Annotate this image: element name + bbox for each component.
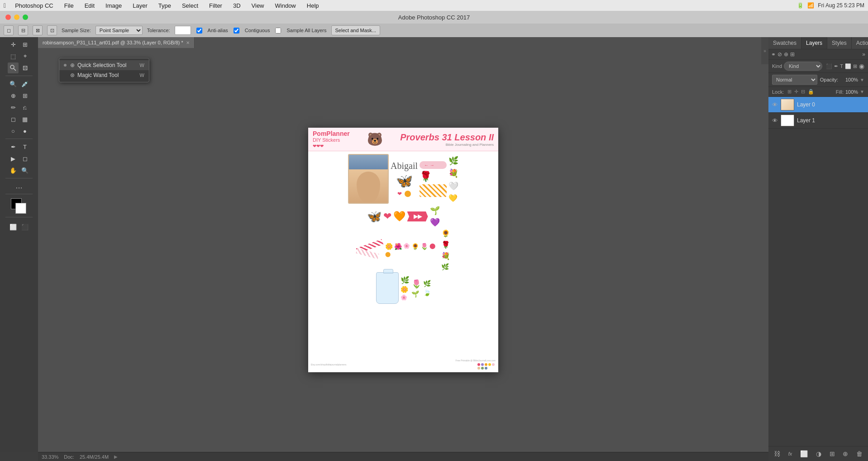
eraser-tool[interactable]: ◻ xyxy=(8,114,19,125)
document-tab[interactable]: robinsampson_P31_L11_art01.pdf @ 33.3% (… xyxy=(38,37,195,48)
panel-tool-4[interactable]: ⊞ xyxy=(790,51,795,58)
lock-checkerboard-icon[interactable]: ⊞ xyxy=(787,89,792,95)
pixel-filter-icon[interactable]: ⬛ xyxy=(826,63,832,69)
delete-layer-btn[interactable]: 🗑 xyxy=(854,449,864,458)
crop-tool[interactable]: ⚄ xyxy=(19,62,30,73)
smart-filter-icon[interactable]: ⊞ xyxy=(853,63,857,69)
new-layer-btn[interactable]: ⊕ xyxy=(841,449,850,458)
bear-sticker: 🐻 xyxy=(367,132,383,147)
menu-image[interactable]: Image xyxy=(104,2,124,9)
contiguous-checkbox[interactable] xyxy=(234,28,239,34)
sample-all-checkbox[interactable] xyxy=(275,28,281,34)
layer-item-1[interactable]: 👁 Layer 1 xyxy=(768,113,868,129)
layer-1-thumb-img xyxy=(781,115,794,126)
link-layers-btn[interactable]: ⛓ xyxy=(772,449,782,458)
tab-styles[interactable]: Styles xyxy=(827,37,852,49)
marquee-tool[interactable]: ⬚ xyxy=(8,51,19,62)
opacity-value[interactable]: 100% xyxy=(840,77,858,82)
adjustment-filter-icon[interactable]: ✒ xyxy=(834,63,838,69)
close-button[interactable] xyxy=(5,14,11,20)
maximize-button[interactable] xyxy=(23,14,28,20)
layer-item-0[interactable]: 👁 Layer 0 xyxy=(768,97,868,113)
panel-collapse-button[interactable]: » xyxy=(761,37,768,64)
brush-tool[interactable]: ✏ xyxy=(8,102,19,113)
blend-mode-select[interactable]: Normal Multiply Screen Overlay xyxy=(772,75,817,85)
lasso-tool[interactable]: ⌖ xyxy=(19,51,30,62)
shape-tool[interactable]: ◻ xyxy=(19,153,30,164)
type-tool[interactable]: T xyxy=(19,141,30,152)
lock-move-icon[interactable]: ✛ xyxy=(794,89,798,95)
lock-artboard-icon[interactable]: ⊟ xyxy=(801,89,805,95)
panel-tool-2[interactable]: ⊘ xyxy=(777,51,782,58)
status-expand-arrow[interactable]: ▶ xyxy=(114,454,118,459)
panel-tool-3[interactable]: ⊕ xyxy=(784,51,788,58)
background-color[interactable] xyxy=(15,203,26,214)
history-tool[interactable]: ⎌ xyxy=(19,102,30,113)
menu-view[interactable]: View xyxy=(250,2,266,9)
fill-value[interactable]: 100% xyxy=(845,89,858,95)
menu-photoshop[interactable]: Photoshop CC xyxy=(13,2,55,9)
menu-edit[interactable]: Edit xyxy=(83,2,96,9)
burn-tool[interactable]: ● xyxy=(19,125,30,136)
path-selection-tool[interactable]: ▶ xyxy=(8,153,19,164)
menu-layer[interactable]: Layer xyxy=(131,2,149,9)
gradient-tool[interactable]: ▦ xyxy=(19,114,30,125)
menu-3d[interactable]: 3D xyxy=(231,2,243,9)
subtract-icon[interactable]: ⊟ xyxy=(18,25,28,35)
type-filter-icon[interactable]: T xyxy=(840,63,843,69)
healing-tool[interactable]: ⊕ xyxy=(8,90,19,101)
fill-arrow[interactable]: ▼ xyxy=(860,89,864,94)
quick-selection-tool[interactable] xyxy=(8,62,19,73)
tab-layers[interactable]: Layers xyxy=(801,37,827,49)
tab-close-icon[interactable]: ✕ xyxy=(186,40,190,45)
magic-wand-menu-item[interactable]: ⊛ Magic Wand Tool W xyxy=(59,70,149,80)
new-group-btn[interactable]: ⊞ xyxy=(828,449,837,458)
menu-select[interactable]: Select xyxy=(180,2,200,9)
zoom-level: 33.33% xyxy=(42,454,58,460)
select-mask-button[interactable]: Select and Mask... xyxy=(331,25,381,35)
move-tool[interactable]: ✛ xyxy=(8,39,19,50)
antialias-checkbox[interactable] xyxy=(196,28,202,34)
quick-mask-tool[interactable]: ⬛ xyxy=(19,221,30,232)
dodge-tool[interactable]: ○ xyxy=(8,125,19,136)
layer-1-visibility-icon[interactable]: 👁 xyxy=(772,117,778,124)
layer-0-visibility-icon[interactable]: 👁 xyxy=(772,101,778,108)
menu-help[interactable]: Help xyxy=(305,2,321,9)
eyedropper-tool[interactable]: 🔍 xyxy=(8,78,19,89)
add-mask-btn[interactable]: ⬜ xyxy=(798,449,810,458)
clone-tool[interactable]: ⊞ xyxy=(19,90,30,101)
intersect-icon[interactable]: ⊠ xyxy=(33,25,43,35)
fx-button[interactable]: fx xyxy=(787,450,794,457)
adjustment-btn[interactable]: ◑ xyxy=(814,449,823,458)
menu-file[interactable]: File xyxy=(62,2,76,9)
tab-actions[interactable]: Actions xyxy=(852,37,868,49)
tolerance-input[interactable]: 32 xyxy=(175,26,191,35)
quick-selection-menu-item[interactable]: ⊕ Quick Selection Tool W xyxy=(59,60,149,70)
eyedropper2-tool[interactable]: 💉 xyxy=(19,78,30,89)
brush-size-icon[interactable]: ◻ xyxy=(4,25,14,35)
frame-tool[interactable]: ⬜ xyxy=(8,221,19,232)
filter-toggle[interactable]: ◉ xyxy=(859,62,864,70)
opacity-arrow[interactable]: ▼ xyxy=(860,77,864,82)
minimize-button[interactable] xyxy=(14,14,19,20)
menu-type[interactable]: Type xyxy=(157,2,173,9)
flower-purple-sticker: 💐 xyxy=(448,168,458,178)
dot-purple xyxy=(481,363,484,366)
pen-tool[interactable]: ✒ xyxy=(8,141,19,152)
menu-window[interactable]: Window xyxy=(273,2,298,9)
tab-swatches[interactable]: Swatches xyxy=(768,37,801,49)
lavender-sticker: 💜 xyxy=(430,217,440,227)
hand-tool[interactable]: ✋ xyxy=(8,165,19,176)
zoom-tool[interactable]: 🔍 xyxy=(19,165,30,176)
lock-all-icon[interactable]: 🔒 xyxy=(808,89,814,95)
collapse-right-icon[interactable]: » xyxy=(862,51,865,58)
link-icon[interactable]: ⚭ xyxy=(771,51,776,58)
document-canvas[interactable]: PomPlanner DIY Stickers ❤❤❤ 🐻 Proverbs 3… xyxy=(308,128,498,372)
subtract2-icon[interactable]: ⊡ xyxy=(47,25,57,35)
extra-tools[interactable]: … xyxy=(14,181,24,192)
menu-filter[interactable]: Filter xyxy=(207,2,224,9)
artboard-tool[interactable]: ⊞ xyxy=(19,39,30,50)
shape-filter-icon[interactable]: ⬜ xyxy=(845,63,851,69)
sample-size-select[interactable]: Point Sample 3 by 3 Average 5 by 5 Avera… xyxy=(95,26,143,35)
kind-filter-select[interactable]: Kind Name Effect Mode xyxy=(784,62,822,71)
